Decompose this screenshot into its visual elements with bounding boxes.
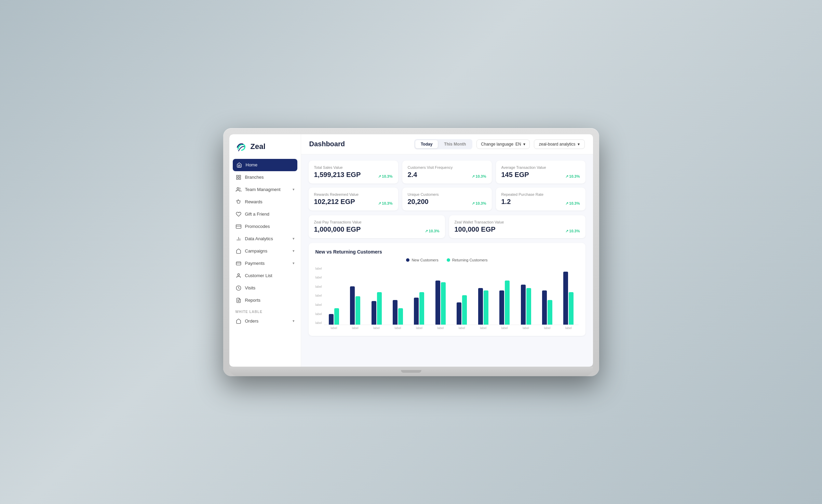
bar-group-10: [537, 290, 557, 325]
stat-change-visit-freq: ↗ 10.3%: [472, 174, 486, 179]
bar-returning-9: [526, 288, 531, 325]
stat-card-zealpay: Zeal Pay Transactions Value 1,000,000 EG…: [309, 215, 445, 238]
bar-group-11: [558, 272, 578, 325]
stat-card-avg-transaction: Average Transaction Value 145 EGP ↗ 10.3…: [496, 161, 585, 183]
promocodes-icon: [235, 223, 242, 230]
sidebar-item-promocodes-label: Promocodes: [245, 224, 270, 229]
stat-value-zealpay: 1,000,000 EGP: [314, 226, 361, 233]
legend-dot-returning: [447, 258, 450, 262]
data-analytics-chevron-icon: ▾: [293, 236, 295, 241]
bar-group-5: [431, 281, 450, 325]
stat-card-total-sales: Total Sales Value 1,599,213 EGP ↗ 10.3%: [309, 161, 398, 183]
stat-label-total-sales: Total Sales Value: [314, 165, 393, 169]
stat-change-repeated-purchase: ↗ 10.3%: [565, 201, 580, 206]
bar-returning-4: [419, 292, 424, 325]
x-label-4: label: [409, 326, 429, 330]
stat-change-zealwallet: ↗ 10.3%: [565, 229, 580, 233]
y-label-0: label: [315, 321, 322, 325]
stat-value-zealwallet: 100,000 EGP: [455, 226, 496, 233]
stat-change-unique-customers: ↗ 10.3%: [472, 201, 486, 206]
bar-returning-0: [334, 308, 339, 325]
sidebar-item-data-analytics[interactable]: Data Analytics ▾: [229, 233, 301, 245]
x-label-8: label: [495, 326, 514, 330]
topbar: Dashboard Today This Month Change langua…: [301, 134, 593, 154]
stats-grid-row1: Total Sales Value 1,599,213 EGP ↗ 10.3% …: [309, 161, 585, 210]
y-axis-labels: label label label label label label labe…: [315, 267, 322, 325]
white-label-section: WHITE LABLE: [229, 307, 301, 315]
sidebar-item-reports-label: Reports: [245, 298, 261, 303]
svg-rect-1: [239, 175, 241, 177]
stat-label-visit-freq: Customers Visit Frequency: [408, 165, 486, 169]
y-label-1: label: [315, 312, 322, 316]
y-label-4: label: [315, 285, 322, 288]
x-label-11: label: [558, 326, 578, 330]
sidebar-item-orders[interactable]: Orders ▾: [229, 315, 301, 327]
sidebar-item-data-analytics-label: Data Analytics: [245, 236, 273, 241]
chart-legend: New Customers Returning Customers: [315, 258, 579, 262]
bar-new-5: [435, 281, 440, 325]
x-axis-labels: labellabellabellabellabellabellabellabel…: [324, 325, 579, 330]
legend-new-customers: New Customers: [406, 258, 438, 262]
visits-icon: [235, 285, 242, 291]
x-label-6: label: [452, 326, 472, 330]
stat-value-total-sales: 1,599,213 EGP: [314, 171, 361, 179]
sidebar-item-customer-list[interactable]: Customer List: [229, 270, 301, 282]
sidebar-item-rewards-label: Rewards: [245, 199, 262, 204]
sidebar-item-campaigns-label: Campaigns: [245, 248, 268, 254]
sidebar-item-team[interactable]: Team Managment ▾: [229, 183, 301, 196]
y-label-5: label: [315, 276, 322, 279]
bar-new-8: [499, 290, 504, 325]
stat-change-avg-transaction: ↗ 10.3%: [565, 174, 580, 179]
arrow-up-icon-7: ↗: [425, 229, 428, 233]
stat-label-zealpay: Zeal Pay Transactions Value: [314, 220, 440, 224]
y-label-6: label: [315, 267, 322, 270]
sidebar-item-reports[interactable]: Reports: [229, 294, 301, 307]
sidebar-item-gift-label: Gift a Friend: [245, 212, 270, 217]
sidebar-item-gift[interactable]: Gift a Friend: [229, 208, 301, 220]
sidebar-item-branches[interactable]: Branches: [229, 171, 301, 183]
stat-value-repeated-purchase: 1.2: [501, 198, 511, 206]
sidebar-item-payments[interactable]: Payments ▾: [229, 257, 301, 270]
svg-rect-5: [236, 224, 241, 228]
rewards-icon: [235, 199, 242, 205]
sidebar-item-team-label: Team Managment: [245, 187, 281, 192]
legend-label-new: New Customers: [412, 258, 438, 262]
sidebar-item-visits[interactable]: Visits: [229, 282, 301, 294]
team-icon: [235, 187, 242, 193]
chart-card: New vs Returning Customers New Customers…: [309, 243, 585, 336]
arrow-up-icon-6: ↗: [565, 201, 568, 206]
x-label-9: label: [516, 326, 536, 330]
reports-icon: [235, 297, 242, 303]
bar-returning-1: [355, 296, 360, 325]
data-analytics-icon: [235, 236, 242, 242]
stat-label-avg-transaction: Average Transaction Value: [501, 165, 580, 169]
arrow-up-icon-8: ↗: [565, 229, 568, 233]
toggle-today-button[interactable]: Today: [415, 140, 438, 148]
stat-label-rewards-redeemed: Rewards Redeemed Value: [314, 192, 393, 196]
stat-value-visit-freq: 2.4: [408, 171, 417, 179]
sidebar-item-rewards[interactable]: Rewards: [229, 196, 301, 208]
sidebar-item-payments-label: Payments: [245, 261, 265, 266]
bar-returning-8: [505, 281, 510, 325]
analytics-dropdown[interactable]: zeal-board analytics ▾: [534, 139, 585, 149]
stat-card-visit-freq: Customers Visit Frequency 2.4 ↗ 10.3%: [402, 161, 492, 183]
language-dropdown[interactable]: Change language EN ▾: [476, 139, 529, 149]
svg-rect-2: [237, 178, 238, 179]
zeal-logo-icon: [235, 140, 248, 153]
sidebar-item-home[interactable]: Home: [233, 159, 297, 171]
stat-value-unique-customers: 20,200: [408, 198, 429, 206]
orders-chevron-icon: ▾: [293, 319, 295, 323]
stat-card-rewards-redeemed: Rewards Redeemed Value 102,212 EGP ↗ 10.…: [309, 188, 398, 210]
sidebar: Zeal Home Branches: [229, 134, 301, 367]
bar-new-6: [457, 302, 461, 325]
stat-card-unique-customers: Unique Customers 20,200 ↗ 10.3%: [402, 188, 492, 210]
sidebar-item-promocodes[interactable]: Promocodes: [229, 220, 301, 233]
logo-text: Zeal: [251, 142, 266, 151]
legend-label-returning: Returning Customers: [452, 258, 488, 262]
arrow-up-icon-3: ↗: [565, 174, 568, 179]
bar-returning-7: [484, 290, 488, 325]
sidebar-item-campaigns[interactable]: Campaigns ▾: [229, 245, 301, 257]
legend-dot-new: [406, 258, 409, 262]
page-title: Dashboard: [309, 140, 345, 148]
toggle-this-month-button[interactable]: This Month: [439, 140, 471, 148]
